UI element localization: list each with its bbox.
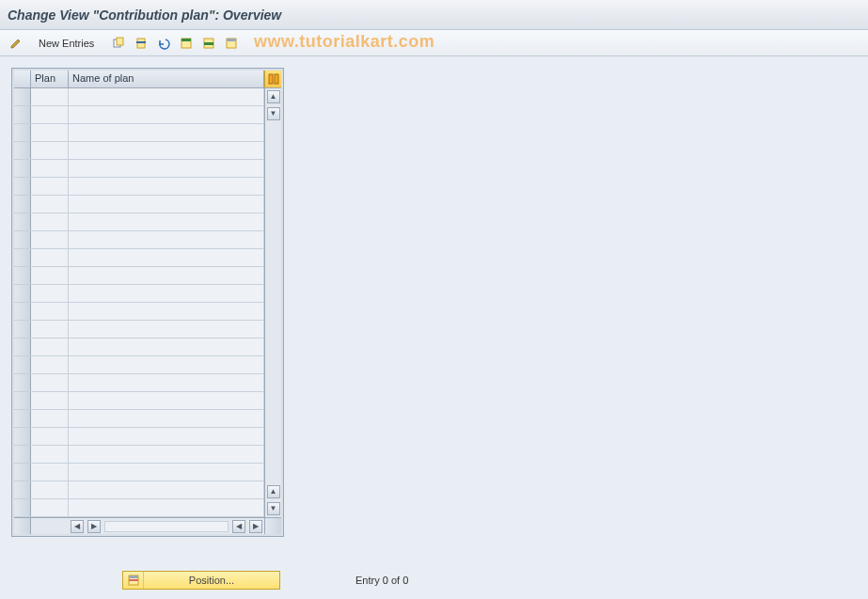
- row-selector[interactable]: [14, 446, 31, 463]
- delete-icon[interactable]: [131, 34, 151, 53]
- cell-plan[interactable]: [31, 106, 69, 123]
- table-row[interactable]: [14, 231, 264, 249]
- cell-plan[interactable]: [31, 285, 69, 302]
- cell-plan[interactable]: [31, 303, 69, 320]
- row-selector[interactable]: [14, 142, 31, 159]
- horizontal-scrollbar[interactable]: ◀ ▶ ◀ ▶: [14, 517, 281, 534]
- table-row[interactable]: [14, 160, 264, 178]
- cell-plan[interactable]: [31, 178, 69, 195]
- table-row[interactable]: [14, 321, 264, 339]
- cell-plan[interactable]: [31, 196, 69, 213]
- table-row[interactable]: [14, 213, 264, 231]
- column-header-plan[interactable]: Plan: [31, 71, 69, 87]
- table-row[interactable]: [14, 285, 264, 303]
- select-block-icon[interactable]: [198, 34, 219, 53]
- cell-plan[interactable]: [31, 142, 69, 159]
- vertical-scrollbar[interactable]: ▲ ▼ ▲ ▼: [264, 88, 281, 517]
- cell-name[interactable]: [69, 303, 264, 320]
- cell-name[interactable]: [69, 285, 264, 302]
- deselect-all-icon[interactable]: [221, 34, 242, 53]
- cell-plan[interactable]: [31, 374, 69, 391]
- cell-name[interactable]: [69, 446, 264, 463]
- table-row[interactable]: [14, 267, 264, 285]
- row-selector[interactable]: [14, 231, 31, 248]
- scroll-up2-icon[interactable]: ▲: [267, 485, 280, 498]
- table-row[interactable]: [14, 446, 264, 464]
- scroll-down2-icon[interactable]: ▼: [267, 502, 280, 515]
- cell-name[interactable]: [69, 267, 264, 284]
- table-row[interactable]: [14, 374, 264, 392]
- cell-name[interactable]: [69, 392, 264, 409]
- select-all-icon[interactable]: [176, 34, 197, 53]
- row-selector[interactable]: [14, 267, 31, 284]
- cell-name[interactable]: [69, 88, 264, 105]
- row-selector[interactable]: [14, 285, 31, 302]
- cell-plan[interactable]: [31, 356, 69, 373]
- cell-name[interactable]: [69, 481, 264, 498]
- cell-plan[interactable]: [31, 267, 69, 284]
- row-selector[interactable]: [14, 178, 31, 195]
- table-row[interactable]: [14, 142, 264, 160]
- cell-name[interactable]: [69, 464, 264, 481]
- cell-name[interactable]: [69, 428, 264, 445]
- cell-name[interactable]: [69, 231, 264, 248]
- cell-name[interactable]: [69, 499, 264, 516]
- cell-name[interactable]: [69, 321, 264, 338]
- row-selector[interactable]: [14, 124, 31, 141]
- row-selector[interactable]: [14, 160, 31, 177]
- cell-name[interactable]: [69, 249, 264, 266]
- cell-name[interactable]: [69, 213, 264, 230]
- cell-plan[interactable]: [31, 446, 69, 463]
- hscroll-track[interactable]: [104, 521, 229, 532]
- cell-name[interactable]: [69, 124, 264, 141]
- row-selector[interactable]: [14, 410, 31, 427]
- table-row[interactable]: [14, 88, 264, 106]
- table-row[interactable]: [14, 356, 264, 374]
- cell-plan[interactable]: [31, 339, 69, 355]
- cell-name[interactable]: [69, 339, 264, 355]
- cell-plan[interactable]: [31, 231, 69, 248]
- row-selector[interactable]: [14, 196, 31, 213]
- cell-plan[interactable]: [31, 213, 69, 230]
- row-selector-header[interactable]: [14, 71, 31, 87]
- table-row[interactable]: [14, 106, 264, 124]
- row-selector[interactable]: [14, 464, 31, 481]
- row-selector[interactable]: [14, 428, 31, 445]
- row-selector[interactable]: [14, 321, 31, 338]
- row-selector[interactable]: [14, 88, 31, 105]
- row-selector[interactable]: [14, 339, 31, 355]
- table-row[interactable]: [14, 339, 264, 356]
- table-row[interactable]: [14, 410, 264, 428]
- cell-name[interactable]: [69, 410, 264, 427]
- cell-plan[interactable]: [31, 428, 69, 445]
- cell-plan[interactable]: [31, 481, 69, 498]
- cell-name[interactable]: [69, 142, 264, 159]
- column-header-name[interactable]: Name of plan: [69, 71, 264, 87]
- table-row[interactable]: [14, 178, 264, 196]
- row-selector[interactable]: [14, 213, 31, 230]
- table-row[interactable]: [14, 124, 264, 142]
- table-row[interactable]: [14, 499, 264, 517]
- table-row[interactable]: [14, 428, 264, 446]
- table-row[interactable]: [14, 196, 264, 213]
- cell-plan[interactable]: [31, 392, 69, 409]
- row-selector[interactable]: [14, 356, 31, 373]
- table-row[interactable]: [14, 249, 264, 267]
- cell-plan[interactable]: [31, 499, 69, 516]
- scroll-left-icon[interactable]: ◀: [71, 520, 84, 533]
- cell-plan[interactable]: [31, 249, 69, 266]
- row-selector[interactable]: [14, 303, 31, 320]
- cell-plan[interactable]: [31, 464, 69, 481]
- cell-name[interactable]: [69, 196, 264, 213]
- cell-name[interactable]: [69, 106, 264, 123]
- table-settings-icon[interactable]: [264, 71, 281, 87]
- row-selector[interactable]: [14, 106, 31, 123]
- cell-name[interactable]: [69, 356, 264, 373]
- cell-plan[interactable]: [31, 321, 69, 338]
- row-selector[interactable]: [14, 499, 31, 516]
- cell-plan[interactable]: [31, 160, 69, 177]
- row-selector[interactable]: [14, 392, 31, 409]
- table-row[interactable]: [14, 481, 264, 499]
- copy-as-icon[interactable]: [108, 34, 129, 53]
- cell-plan[interactable]: [31, 124, 69, 141]
